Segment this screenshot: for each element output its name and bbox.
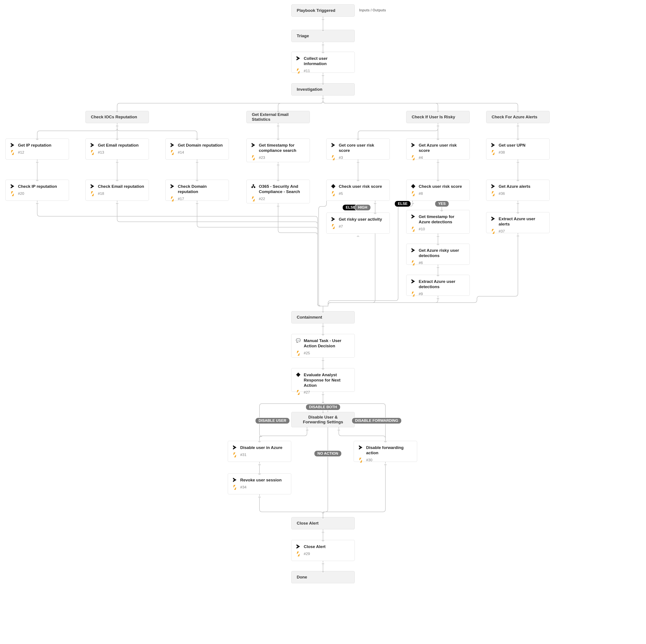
node-riskyact[interactable]: Get risky user activity#7 xyxy=(326,212,390,234)
manual-icon xyxy=(296,338,301,343)
node-corescore[interactable]: Get core user risk score#3 xyxy=(326,139,390,160)
task-number: #5 xyxy=(339,191,385,196)
node-upn[interactable]: Get user UPN#38 xyxy=(486,139,550,160)
sub-playbook-icon xyxy=(411,143,416,148)
task-title: Get core user risk score xyxy=(339,143,385,153)
section-label: Investigation xyxy=(297,87,322,92)
automation-icon xyxy=(331,191,336,196)
section-label: Check For Azure Alerts xyxy=(492,115,537,119)
task-number: #31 xyxy=(240,453,287,457)
automation-icon xyxy=(411,292,416,296)
condition-icon xyxy=(411,184,416,189)
task-number: #4 xyxy=(419,156,465,160)
node-chkrisk2[interactable]: Check user risk score#8 xyxy=(406,180,470,201)
node-extaz[interactable]: Extract Azure user alerts#37 xyxy=(486,212,550,233)
branch-label: DISABLE FORWARDING xyxy=(352,418,401,424)
node-o365[interactable]: O365 - Security And Compliance - Search#… xyxy=(246,180,310,203)
task-title: Get Azure risky user detections xyxy=(419,248,465,258)
sub-playbook-icon xyxy=(296,544,301,549)
node-getemail[interactable]: Get Email reputation#13 xyxy=(85,139,149,160)
section-label: Playbook Triggered xyxy=(297,8,335,13)
automation-icon xyxy=(296,390,301,395)
node-extmail[interactable]: Get External Email Statistics xyxy=(246,111,310,123)
sub-playbook-icon xyxy=(411,248,416,253)
automation-icon xyxy=(296,69,301,73)
node-extazdet[interactable]: Extract Azure user detections#9 xyxy=(406,275,470,296)
node-chkemail[interactable]: Check Email reputation#18 xyxy=(85,180,149,201)
task-number: #20 xyxy=(18,191,65,196)
node-revoke[interactable]: Revoke user session#34 xyxy=(228,473,291,494)
node-getip[interactable]: Get IP reputation#12 xyxy=(5,139,69,160)
task-title: Get IP reputation xyxy=(18,143,65,148)
task-number: #25 xyxy=(304,351,350,355)
automation-icon xyxy=(232,485,237,490)
node-collect[interactable]: Collect user information#11 xyxy=(291,52,355,73)
task-number: #3 xyxy=(339,156,385,160)
task-number: #38 xyxy=(499,150,545,155)
automation-icon xyxy=(170,197,175,201)
branch-label: DISABLE BOTH xyxy=(306,404,340,410)
automation-icon xyxy=(10,150,15,155)
task-title: Close Alert xyxy=(304,544,350,549)
automation-icon xyxy=(331,224,336,229)
condition-icon xyxy=(296,372,301,377)
inputs-outputs-link[interactable]: Inputs / Outputs xyxy=(359,8,386,12)
node-iocs[interactable]: Check IOCs Reputation xyxy=(85,111,149,123)
node-azalerts[interactable]: Check For Azure Alerts xyxy=(486,111,550,123)
node-closesec[interactable]: Close Alert xyxy=(291,517,355,529)
section-label: Triage xyxy=(297,33,309,38)
section-label: Check IOCs Reputation xyxy=(91,115,137,119)
task-number: #11 xyxy=(304,69,350,73)
task-number: #12 xyxy=(18,150,65,155)
node-risky[interactable]: Check If User Is Risky xyxy=(406,111,470,123)
automation-icon xyxy=(170,150,175,155)
node-getaz[interactable]: Get Azure alerts#36 xyxy=(486,180,550,201)
task-title: Check IP reputation xyxy=(18,184,65,189)
task-title: Revoke user session xyxy=(240,477,287,483)
task-number: #10 xyxy=(419,227,465,232)
node-triage[interactable]: Triage xyxy=(291,30,355,42)
sub-playbook-icon xyxy=(170,184,175,189)
automation-icon xyxy=(411,227,416,232)
task-number: #36 xyxy=(499,191,545,196)
node-chkdomain[interactable]: Check Domain reputation#17 xyxy=(165,180,229,201)
task-title: Get Email reputation xyxy=(98,143,144,148)
node-chkip[interactable]: Check IP reputation#20 xyxy=(5,180,69,201)
node-getdomain[interactable]: Get Domain reputation#14 xyxy=(165,139,229,160)
task-number: #29 xyxy=(304,552,350,556)
section-label: Check If User Is Risky xyxy=(412,115,455,119)
task-number: #30 xyxy=(366,458,413,462)
automation-icon xyxy=(491,229,496,234)
node-eval[interactable]: Evaluate Analyst Response for Next Actio… xyxy=(291,368,355,392)
section-label: Get External Email Statistics xyxy=(252,112,304,122)
task-number: #14 xyxy=(178,150,224,155)
branch-label: ELSE xyxy=(395,201,411,207)
node-azscore[interactable]: Get Azure user risk score#4 xyxy=(406,139,470,160)
sub-playbook-icon xyxy=(232,445,237,450)
section-label: Containment xyxy=(297,315,322,320)
condition-icon xyxy=(331,184,336,189)
task-number: #22 xyxy=(259,197,305,201)
automation-icon xyxy=(491,150,496,155)
node-disuser[interactable]: Disable user in Azure#31 xyxy=(228,441,291,462)
node-contain[interactable]: Containment xyxy=(291,311,355,324)
node-disboth[interactable]: Disable User & Forwarding Settings xyxy=(291,412,355,427)
node-tsazdet[interactable]: Get timestamp for Azure detections#10 xyxy=(406,210,470,234)
node-azdet[interactable]: Get Azure risky user detections#6 xyxy=(406,244,470,265)
sub-playbook-icon xyxy=(232,477,237,482)
sub-playbook-icon xyxy=(90,143,95,148)
branch-label: NO ACTION xyxy=(314,451,341,456)
sub-playbook-icon xyxy=(411,279,416,284)
node-chkrisk1[interactable]: Check user risk score#5 xyxy=(326,180,390,201)
task-title: Get Azure alerts xyxy=(499,184,545,189)
node-tscomp[interactable]: Get timestamp for compliance search#23 xyxy=(246,139,310,162)
node-start[interactable]: Playbook Triggered xyxy=(291,4,355,17)
node-manual[interactable]: Manual Task - User Action Decision#25 xyxy=(291,334,355,358)
task-title: Get Domain reputation xyxy=(178,143,224,148)
node-invest[interactable]: Investigation xyxy=(291,83,355,96)
sub-playbook-icon xyxy=(90,184,95,189)
node-close[interactable]: Close Alert#29 xyxy=(291,540,355,561)
node-disfwd[interactable]: Disable forwarding action#30 xyxy=(354,441,417,462)
task-title: Get risky user activity xyxy=(339,217,385,222)
node-done[interactable]: Done xyxy=(291,571,355,583)
